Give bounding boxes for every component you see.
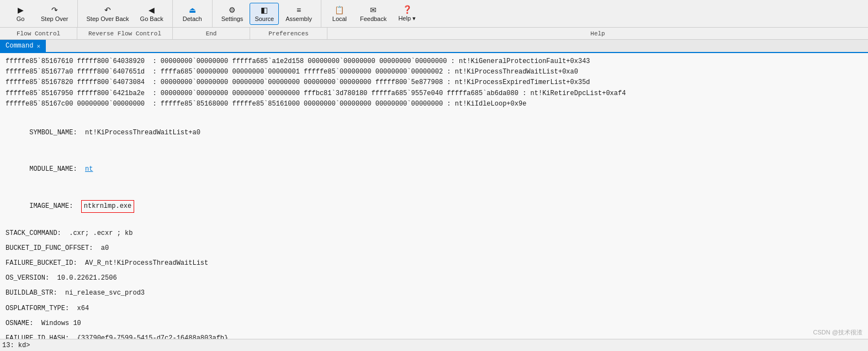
symbol-name-key: SYMBOL_NAME: nt!KiProcessThreadWaitList+… — [29, 129, 200, 137]
spacer-5 — [6, 239, 862, 242]
settings-label: Settings — [221, 15, 244, 22]
spacer-2 — [6, 149, 862, 153]
memory-line-2: fffffe85`851677a0 fffff800`6407651d : ff… — [6, 67, 862, 77]
detach-icon: ⏏ — [189, 6, 196, 14]
source-button[interactable]: ◧ Source — [250, 3, 279, 25]
preferences-group-label: Preferences — [250, 28, 327, 39]
module-name-line: MODULE_NAME: nt — [6, 154, 862, 186]
assembly-label: Assembly — [285, 15, 312, 22]
spacer-10 — [6, 314, 862, 317]
step-over-label: Step Over — [41, 15, 68, 22]
reverse-flow-control-group: ↶ Step Over Back ◀ Go Back — [78, 0, 173, 27]
spacer-6 — [6, 254, 862, 257]
memory-lines: fffffe85`85167610 fffff800`64038920 : 00… — [6, 56, 862, 109]
bucket-id-line: BUCKET_ID_FUNC_OFFSET: a0 — [6, 243, 862, 254]
help-button[interactable]: ❓ Help ▾ — [393, 3, 421, 24]
spacer-4 — [6, 224, 862, 227]
os-version-line: OS_VERSION: 10.0.22621.2506 — [6, 273, 862, 284]
feedback-icon: ✉ — [370, 6, 377, 14]
tab-label: Command — [6, 42, 33, 50]
spacer-11 — [6, 329, 862, 332]
detach-button[interactable]: ⏏ Detach — [177, 3, 208, 24]
stack-command-line: STACK_COMMAND: .cxr; .ecxr ; kb — [6, 228, 862, 239]
osplatform-line: OSPLATFORM_TYPE: x64 — [6, 303, 862, 314]
memory-line-3: fffffe85`85167820 fffff800`64073084 : 00… — [6, 77, 862, 88]
help-label: Help ▾ — [398, 15, 416, 22]
command-tab[interactable]: Command ✕ — [0, 40, 46, 52]
spacer-7 — [6, 269, 862, 272]
spacer-9 — [6, 299, 862, 302]
group-label-row: Flow Control Reverse Flow Control End Pr… — [0, 28, 868, 40]
module-name-link[interactable]: nt — [85, 165, 93, 173]
go-icon: ▶ — [18, 6, 24, 14]
source-label: Source — [255, 15, 274, 22]
end-group: ⏏ Detach — [173, 0, 213, 27]
failure-id-hash-line: FAILURE_ID_HASH: {33790ef9-7599-5415-d7c… — [6, 333, 862, 339]
spacer-8 — [6, 284, 862, 287]
feedback-button[interactable]: ✉ Feedback — [356, 3, 391, 24]
local-label: Local — [332, 15, 347, 22]
memory-line-4: fffffe85`85167950 fffff800`6421ba2e : 00… — [6, 88, 862, 99]
go-back-icon: ◀ — [149, 6, 155, 14]
go-button[interactable]: ▶ Go — [7, 3, 34, 24]
go-back-label: Go Back — [140, 15, 163, 22]
watermark: CSDN @技术很渣 — [813, 328, 862, 337]
tab-close-button[interactable]: ✕ — [36, 43, 40, 50]
help-group-label: Help — [327, 28, 868, 39]
source-icon: ◧ — [261, 6, 268, 14]
cmd-prompt[interactable]: 13: kd> — [2, 342, 30, 349]
assembly-button[interactable]: ≡ Assembly — [281, 3, 316, 24]
module-name-key: MODULE_NAME: — [29, 165, 85, 173]
preferences-group: ⚙ Settings ◧ Source ≡ Assembly — [213, 0, 321, 27]
reverse-flow-control-group-label: Reverse Flow Control — [77, 28, 173, 39]
cmd-bar: 13: kd> — [0, 339, 868, 351]
local-button[interactable]: 📋 Local — [326, 3, 353, 24]
image-name-value: ntkrnlmp.exe — [81, 200, 134, 213]
spacer-1 — [6, 109, 862, 116]
help-icon: ❓ — [403, 5, 412, 14]
image-name-line: IMAGE_NAME: ntkrnlmp.exe — [6, 190, 862, 224]
image-name-key: IMAGE_NAME: — [29, 202, 81, 210]
info-lines: SYMBOL_NAME: nt!KiProcessThreadWaitList+… — [6, 117, 862, 339]
settings-icon: ⚙ — [229, 6, 236, 14]
flow-control-group: ▶ Go ↷ Step Over — [2, 0, 78, 27]
assembly-icon: ≡ — [297, 6, 301, 14]
step-over-button[interactable]: ↷ Step Over — [36, 3, 73, 24]
step-over-icon: ↷ — [51, 6, 58, 14]
local-icon: 📋 — [335, 6, 344, 14]
buildlab-line: BUILDLAB_STR: ni_release_svc_prod3 — [6, 288, 862, 298]
flow-control-group-label: Flow Control — [0, 28, 77, 39]
tab-bar: Command ✕ — [0, 40, 868, 53]
osname-line: OSNAME: Windows 10 — [6, 318, 862, 329]
symbol-name-line: SYMBOL_NAME: nt!KiProcessThreadWaitList+… — [6, 117, 862, 149]
step-over-back-button[interactable]: ↶ Step Over Back — [82, 3, 134, 24]
step-over-back-icon: ↶ — [104, 6, 111, 14]
spacer-3 — [6, 185, 862, 188]
settings-button[interactable]: ⚙ Settings — [217, 3, 248, 24]
failure-bucket-line: FAILURE_BUCKET_ID: AV_R_nt!KiProcessThre… — [6, 258, 862, 269]
memory-line-5: fffffe85`85167c00 00000000`00000000 : ff… — [6, 99, 862, 109]
help-group: 📋 Local ✉ Feedback ❓ Help ▾ — [321, 0, 425, 27]
go-label: Go — [17, 15, 25, 22]
go-back-button[interactable]: ◀ Go Back — [136, 3, 168, 24]
step-over-back-label: Step Over Back — [87, 15, 129, 22]
content-area: fffffe85`85167610 fffff800`64038920 : 00… — [0, 53, 868, 339]
feedback-label: Feedback — [360, 15, 387, 22]
toolbar: ▶ Go ↷ Step Over ↶ Step Over Back ◀ Go B… — [0, 0, 868, 28]
end-group-label: End — [173, 28, 250, 39]
detach-label: Detach — [183, 15, 202, 22]
memory-line-1: fffffe85`85167610 fffff800`64038920 : 00… — [6, 56, 862, 67]
